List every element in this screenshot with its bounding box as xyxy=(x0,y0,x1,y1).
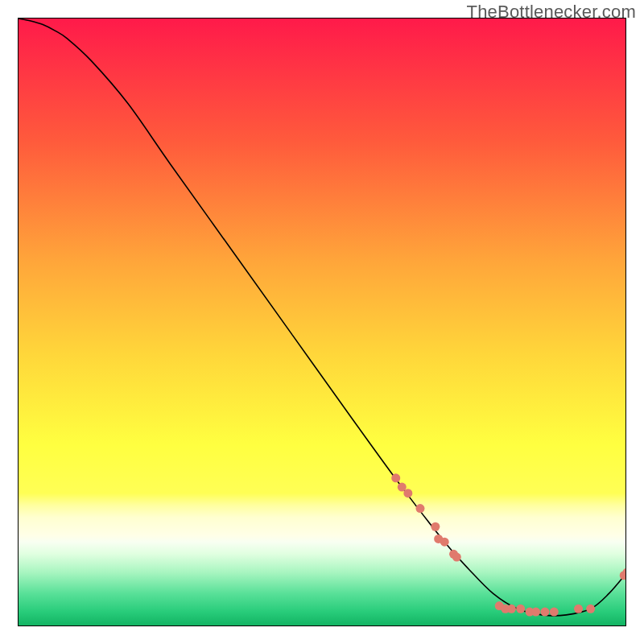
gradient-background xyxy=(19,19,626,626)
watermark-label: TheBottlenecker.com xyxy=(467,2,636,23)
plot-area xyxy=(18,18,626,626)
chart-stage: TheBottlenecker.com xyxy=(0,0,644,644)
